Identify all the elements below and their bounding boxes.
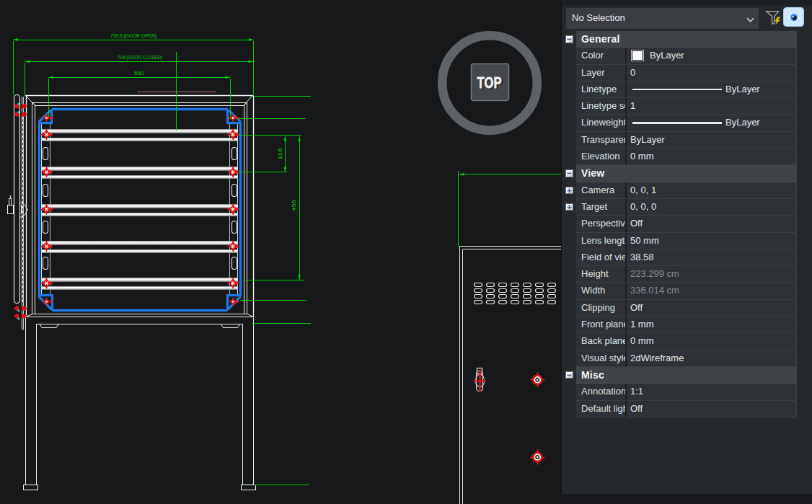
svg-text:116: 116 [277, 148, 283, 160]
svg-text:456: 456 [291, 199, 297, 211]
svg-text:739,5 (DOOR OPEN): 739,5 (DOOR OPEN) [110, 32, 156, 39]
svg-text:560: 560 [134, 70, 145, 76]
svg-text:TOP: TOP [477, 74, 502, 92]
svg-text:704 (DOOR CLOSED): 704 (DOOR CLOSED) [118, 54, 162, 61]
